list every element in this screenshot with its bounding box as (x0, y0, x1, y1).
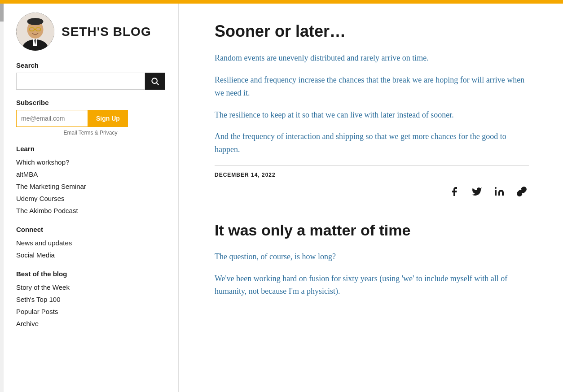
post-1-date: DECEMBER 14, 2022 (215, 172, 529, 178)
sidebar-header: SETH'S BLOG (16, 13, 165, 51)
linkedin-share-icon[interactable] (492, 184, 506, 199)
learn-link-0[interactable]: Which workshop? (16, 156, 165, 168)
best-section: Best of the blog Story of the Week Seth'… (16, 270, 165, 330)
svg-point-8 (27, 18, 44, 25)
sidebar: SETH'S BLOG Search Subscribe Sign Up Ema… (4, 4, 179, 392)
learn-link-2[interactable]: The Marketing Seminar (16, 180, 165, 192)
search-icon (150, 77, 159, 86)
avatar (16, 13, 54, 51)
search-box (16, 73, 165, 90)
email-input[interactable] (16, 110, 88, 127)
post-2-title[interactable]: It was only a matter of time (215, 221, 529, 240)
main-content: Sooner or later… Random events are uneve… (179, 4, 563, 392)
svg-point-9 (152, 78, 157, 83)
subscribe-section: Subscribe Sign Up Email Terms & Privacy (16, 99, 165, 136)
learn-link-4[interactable]: The Akimbo Podcast (16, 205, 165, 217)
search-button[interactable] (145, 73, 165, 90)
subscribe-row: Sign Up (16, 110, 165, 127)
post-1-divider (215, 165, 529, 166)
facebook-share-icon[interactable] (447, 184, 462, 199)
post-1: Sooner or later… Random events are uneve… (215, 22, 529, 199)
svg-line-10 (157, 83, 159, 85)
svg-point-11 (495, 187, 497, 189)
post-2-para-1: We've been working hard on fusion for si… (215, 272, 529, 298)
best-link-3[interactable]: Archive (16, 318, 165, 330)
post-1-body: Random events are unevenly distributed a… (215, 52, 529, 156)
search-label: Search (16, 61, 165, 69)
post-1-title[interactable]: Sooner or later… (215, 22, 529, 41)
best-link-1[interactable]: Seth's Top 100 (16, 293, 165, 305)
post-2-body: The question, of course, is how long? We… (215, 250, 529, 298)
blog-title: SETH'S BLOG (62, 25, 151, 39)
sign-up-button[interactable]: Sign Up (88, 110, 128, 127)
post-2: It was only a matter of time The questio… (215, 221, 529, 298)
learn-section: Learn Which workshop? altMBA The Marketi… (16, 145, 165, 217)
twitter-share-icon[interactable] (470, 184, 484, 199)
share-icons (215, 184, 529, 199)
connect-label: Connect (16, 226, 165, 233)
learn-link-3[interactable]: Udemy Courses (16, 192, 165, 205)
learn-link-1[interactable]: altMBA (16, 168, 165, 180)
scrollbar-track[interactable] (0, 4, 4, 392)
connect-section: Connect News and updates Social Media (16, 226, 165, 261)
connect-link-1[interactable]: Social Media (16, 249, 165, 261)
best-link-0[interactable]: Story of the Week (16, 281, 165, 293)
search-input[interactable] (16, 73, 145, 90)
post-1-para-2: The resilience to keep at it so that we … (215, 109, 529, 122)
best-link-2[interactable]: Popular Posts (16, 305, 165, 318)
post-1-para-0: Random events are unevenly distributed a… (215, 52, 529, 65)
email-terms: Email Terms & Privacy (16, 130, 165, 136)
post-1-para-3: And the frequency of interaction and shi… (215, 130, 529, 156)
copy-link-icon[interactable] (515, 184, 529, 199)
post-1-para-1: Resilience and frequency increase the ch… (215, 74, 529, 100)
top-bar (0, 0, 563, 4)
subscribe-label: Subscribe (16, 99, 165, 106)
search-section: Search (16, 61, 165, 90)
best-label: Best of the blog (16, 270, 165, 278)
scrollbar-thumb[interactable] (0, 4, 4, 22)
post-2-para-0: The question, of course, is how long? (215, 250, 529, 263)
learn-label: Learn (16, 145, 165, 152)
connect-link-0[interactable]: News and updates (16, 237, 165, 249)
